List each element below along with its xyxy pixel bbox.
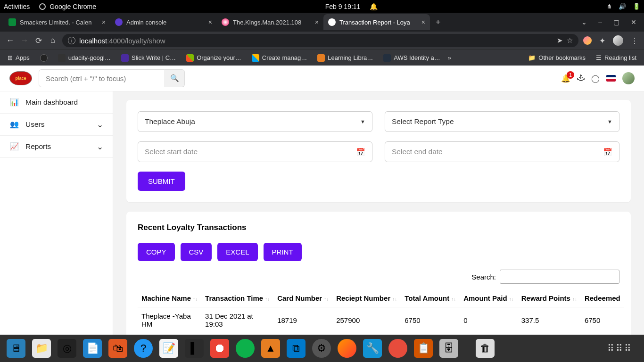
- bookmark-create[interactable]: Create manag…: [249, 52, 310, 64]
- globe-icon: [40, 54, 48, 62]
- bookmarks-overflow-icon[interactable]: »: [448, 54, 451, 61]
- reading-list[interactable]: ☰Reading list: [593, 52, 639, 63]
- close-window-button[interactable]: ✕: [631, 18, 636, 26]
- start-date-input[interactable]: Select start date 📅: [138, 141, 372, 162]
- tab-smackers[interactable]: Smackers Limited. - Calen ×: [4, 14, 110, 30]
- language-flag-uk[interactable]: [606, 75, 616, 82]
- col-machine[interactable]: Machine Name↑↓: [138, 289, 201, 307]
- dock-chrome[interactable]: [210, 339, 229, 358]
- col-paid[interactable]: Amount Paid↑↓: [460, 289, 518, 307]
- dock-app-orange[interactable]: 📋: [414, 339, 433, 358]
- close-icon[interactable]: ×: [421, 18, 425, 26]
- chevron-down-icon: ⌄: [97, 120, 103, 130]
- joystick-icon[interactable]: 🕹: [577, 74, 585, 82]
- dock-app-green[interactable]: [236, 339, 255, 358]
- back-button[interactable]: ←: [6, 36, 15, 45]
- github-icon[interactable]: ◯: [591, 74, 600, 83]
- bookmark-learning[interactable]: Learning Libra…: [314, 52, 376, 64]
- tab-kings-man[interactable]: The.Kings.Man.2021.108 ×: [217, 14, 323, 30]
- location-select[interactable]: Theplace Abuja ▼: [138, 111, 372, 132]
- sidebar-item-users[interactable]: 👥 Users ⌄: [0, 114, 113, 136]
- bookmark-globe[interactable]: [37, 52, 50, 64]
- dock-help[interactable]: ?: [134, 339, 153, 358]
- dock-terminal[interactable]: ▌: [185, 339, 204, 358]
- dock-show-desktop[interactable]: 🖥: [7, 339, 25, 358]
- dock-text-editor[interactable]: 📝: [159, 339, 178, 358]
- bookmarks-bar: ⊞ Apps udacity-googl… Slick Write | C… O…: [0, 49, 644, 66]
- bookmark-star-icon[interactable]: ☆: [567, 36, 573, 45]
- bookmark-aws[interactable]: AWS Identity a…: [380, 52, 443, 64]
- col-total[interactable]: Total Amount↑↓: [401, 289, 460, 307]
- site-info-icon[interactable]: i: [68, 37, 75, 44]
- browser-tab-strip: Smackers Limited. - Calen × Admin consol…: [0, 13, 644, 32]
- bookmark-slickwrite[interactable]: Slick Write | C…: [118, 52, 179, 64]
- report-type-select[interactable]: Select Report Type ▼: [385, 111, 619, 132]
- dock-show-applications[interactable]: ⠿⠿⠿: [607, 343, 637, 354]
- table-row: Theplace -Yaba HM31 Dec 2021 at 19:03187…: [138, 307, 624, 333]
- submit-button[interactable]: SUBMIT: [138, 172, 185, 191]
- activities-button[interactable]: Activities: [4, 3, 30, 10]
- print-button[interactable]: PRINT: [264, 243, 302, 261]
- dock-software[interactable]: 🛍: [108, 339, 127, 358]
- page-content: place 🔍 🔔 1 🕹 ◯ 📊 Main dashboard 👥 Users: [0, 66, 644, 335]
- tab-dropdown-icon[interactable]: ⌄: [581, 18, 587, 26]
- sidebar-item-dashboard[interactable]: 📊 Main dashboard: [0, 91, 113, 114]
- sidebar-item-reports[interactable]: 📈 Reports ⌄: [0, 136, 113, 158]
- dock-app-blue[interactable]: 🔧: [363, 339, 382, 358]
- dock-vlc[interactable]: ▲: [261, 339, 280, 358]
- minimize-button[interactable]: –: [598, 18, 602, 26]
- network-icon[interactable]: ⋔: [607, 3, 612, 10]
- table-search-input[interactable]: [500, 270, 619, 284]
- col-points[interactable]: Reward Points↑↓: [518, 289, 581, 307]
- tab-transaction-report[interactable]: Transaction Report - Loya ×: [323, 14, 430, 30]
- extension-icon[interactable]: [583, 36, 592, 45]
- dock-files[interactable]: 📁: [32, 339, 51, 358]
- dock-vscode[interactable]: ⧉: [287, 339, 305, 358]
- close-icon[interactable]: ×: [208, 18, 212, 26]
- notifications-button[interactable]: 🔔 1: [561, 74, 570, 83]
- browser-toolbar: ← → ⟳ ⌂ i localhost:4000/loyalty/show ➤ …: [0, 32, 644, 49]
- bookmark-udacity[interactable]: udacity-googl…: [55, 52, 114, 64]
- dock-app-red[interactable]: [388, 339, 407, 358]
- brand-logo[interactable]: place: [9, 71, 32, 85]
- maximize-button[interactable]: ▢: [613, 18, 619, 26]
- col-redeemed[interactable]: Redeemed: [581, 289, 624, 307]
- col-card[interactable]: Card Number↑↓: [273, 289, 332, 307]
- search-input[interactable]: [39, 69, 165, 87]
- apps-shortcut[interactable]: ⊞ Apps: [5, 52, 33, 63]
- notif-badge: 1: [567, 71, 574, 79]
- end-date-input[interactable]: Select end date 📅: [385, 141, 619, 162]
- bookmark-organize[interactable]: Organize your…: [183, 52, 244, 64]
- close-icon[interactable]: ×: [315, 18, 319, 26]
- new-tab-button[interactable]: +: [430, 17, 446, 27]
- chrome-menu-icon[interactable]: ⋮: [631, 36, 638, 45]
- copy-button[interactable]: COPY: [138, 243, 175, 261]
- dock-firefox[interactable]: [338, 339, 356, 358]
- search-button[interactable]: 🔍: [165, 69, 185, 87]
- other-bookmarks[interactable]: 📁Other bookmarks: [525, 52, 588, 63]
- active-app-indicator[interactable]: Google Chrome: [39, 3, 96, 10]
- csv-button[interactable]: CSV: [181, 243, 212, 261]
- reload-button[interactable]: ⟳: [34, 36, 43, 46]
- excel-button[interactable]: EXCEL: [217, 243, 257, 261]
- user-avatar[interactable]: [622, 72, 635, 84]
- dock-libreoffice[interactable]: 📄: [83, 339, 102, 358]
- close-icon[interactable]: ×: [102, 18, 106, 26]
- extensions-puzzle-icon[interactable]: ✦: [599, 36, 605, 45]
- notifications-icon[interactable]: 🔔: [370, 3, 378, 10]
- clock[interactable]: Feb 9 19:11: [325, 3, 361, 10]
- battery-icon[interactable]: 🔋: [633, 3, 640, 10]
- dock-settings[interactable]: ⚙: [312, 339, 331, 358]
- dock-trash[interactable]: 🗑: [476, 339, 495, 358]
- col-time[interactable]: Transaction Time↑↓: [201, 289, 273, 307]
- dock-rhythmbox[interactable]: ◎: [58, 339, 76, 358]
- home-button[interactable]: ⌂: [48, 36, 58, 45]
- tab-admin-console[interactable]: Admin console ×: [110, 14, 217, 30]
- send-icon[interactable]: ➤: [557, 36, 563, 45]
- dock-archive[interactable]: 🗄: [439, 339, 458, 358]
- calendar-icon: 📅: [356, 148, 365, 156]
- address-bar[interactable]: i localhost:4000/loyalty/show ➤ ☆: [62, 34, 578, 47]
- col-receipt[interactable]: Reciept Number↑↓: [332, 289, 401, 307]
- profile-avatar[interactable]: [613, 35, 623, 46]
- volume-icon[interactable]: 🔊: [619, 3, 626, 10]
